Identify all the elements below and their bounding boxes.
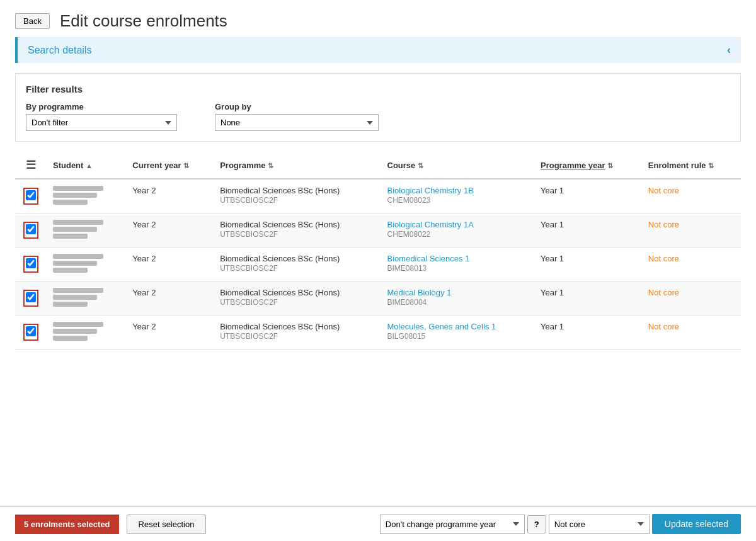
enrolment-rule-cell: Not core (642, 282, 741, 316)
table-row: Year 2Biomedical Sciences BSc (Hons)UTBS… (15, 179, 741, 214)
student-name-blur (53, 288, 103, 293)
reset-selection-button[interactable]: Reset selection (127, 515, 207, 534)
course-link[interactable]: Biological Chemistry 1A (387, 220, 528, 229)
programme-name: Biomedical Sciences BSc (Hons) (220, 254, 374, 263)
student-sub-blur (53, 295, 97, 300)
course-link[interactable]: Medical Biology 1 (387, 288, 528, 297)
programme-code: UTBSCBIOSC2F (220, 332, 278, 341)
row-checkbox-cell[interactable] (15, 214, 47, 248)
table-row: Year 2Biomedical Sciences BSc (Hons)UTBS… (15, 316, 741, 350)
course-code: BILG08015 (387, 332, 426, 341)
row-checkbox-cell[interactable] (15, 282, 47, 316)
programme-code: UTBSCBIOSC2F (220, 264, 278, 273)
course-code: CHEM08023 (387, 196, 431, 205)
student-sub-blur (53, 227, 97, 232)
chevron-left-icon: ‹ (727, 43, 731, 57)
programme-cell: Biomedical Sciences BSc (Hons)UTBSCBIOSC… (214, 179, 381, 214)
header-student[interactable]: Student ▲ (47, 152, 126, 179)
row-checkbox[interactable] (26, 190, 36, 200)
search-details-panel[interactable]: Search details ‹ (15, 37, 741, 63)
filter-row: By programme Don't filter Group by None (26, 102, 730, 131)
programme-sort-icon: ⇅ (268, 162, 273, 169)
course-link[interactable]: Biological Chemistry 1B (387, 186, 528, 195)
page-header: Back Edit course enrolments (0, 0, 756, 37)
programme-code: UTBSCBIOSC2F (220, 196, 278, 205)
course-cell: Biological Chemistry 1BCHEM08023 (381, 179, 534, 214)
enrolment-rule-value: Not core (648, 220, 679, 229)
enrolment-rule-cell: Not core (642, 179, 741, 214)
course-sort-icon: ⇅ (418, 162, 423, 169)
table-header-row: ☰ Student ▲ Current year ⇅ Programme ⇅ C… (15, 152, 741, 179)
enrolments-selected-badge: 5 enrolments selected (15, 515, 119, 534)
programme-year-cell: Year 1 (534, 179, 642, 214)
student-sort-icon: ▲ (86, 162, 93, 169)
course-link[interactable]: Biomedical Sciences 1 (387, 254, 528, 263)
programme-year-group: Don't change programme year Year 1 Year … (380, 514, 741, 534)
enrolment-rule-cell: Not core (642, 214, 741, 248)
student-sub-blur (53, 261, 97, 266)
row-checkbox[interactable] (26, 258, 36, 268)
programme-year-select[interactable]: Don't change programme year Year 1 Year … (380, 515, 525, 534)
table-row: Year 2Biomedical Sciences BSc (Hons)UTBS… (15, 214, 741, 248)
student-id-blur (53, 234, 88, 239)
student-name-blur (53, 254, 103, 259)
help-button[interactable]: ? (527, 515, 546, 533)
filter-section: Filter results By programme Don't filter… (15, 73, 741, 142)
update-selected-button[interactable]: Update selected (652, 514, 741, 534)
current-year-cell: Year 2 (126, 248, 214, 282)
row-checkbox[interactable] (26, 326, 36, 336)
header-programme-year[interactable]: Programme year ⇅ (534, 152, 642, 179)
course-code: BIME08004 (387, 298, 427, 307)
student-cell (47, 282, 126, 316)
student-id-blur (53, 336, 88, 341)
filter-programme-select[interactable]: Don't filter (26, 114, 177, 131)
header-enrolment-rule[interactable]: Enrolment rule ⇅ (642, 152, 741, 179)
filter-group-programme: By programme Don't filter (26, 102, 177, 131)
student-name-blur (53, 186, 103, 191)
student-id-blur (53, 268, 88, 273)
filter-title: Filter results (26, 84, 730, 94)
row-checkbox-cell[interactable] (15, 179, 47, 214)
programme-code: UTBSCBIOSC2F (220, 298, 278, 307)
select-all-icon[interactable]: ☰ (26, 159, 36, 171)
student-id-blur (53, 200, 88, 205)
programme-year-cell: Year 1 (534, 282, 642, 316)
enrolment-rule-value: Not core (648, 288, 679, 297)
course-cell: Biological Chemistry 1ACHEM08022 (381, 214, 534, 248)
student-id-blur (53, 302, 88, 307)
programme-cell: Biomedical Sciences BSc (Hons)UTBSCBIOSC… (214, 214, 381, 248)
student-sub-blur (53, 193, 97, 198)
prog-year-sort-icon: ⇅ (607, 162, 613, 169)
programme-code: UTBSCBIOSC2F (220, 230, 278, 239)
filter-group-groupby: Group by None (215, 102, 379, 131)
filter-programme-label: By programme (26, 102, 177, 111)
programme-year-cell: Year 1 (534, 316, 642, 350)
student-cell (47, 179, 126, 214)
programme-year-cell: Year 1 (534, 248, 642, 282)
year-sort-icon: ⇅ (183, 162, 189, 169)
current-year-cell: Year 2 (126, 316, 214, 350)
enrolments-table: ☰ Student ▲ Current year ⇅ Programme ⇅ C… (15, 152, 741, 350)
row-checkbox[interactable] (26, 224, 36, 234)
current-year-cell: Year 2 (126, 179, 214, 214)
current-year-cell: Year 2 (126, 282, 214, 316)
not-core-select[interactable]: Not core Core (549, 515, 650, 534)
header-select-all[interactable]: ☰ (15, 152, 47, 179)
bottom-bar: 5 enrolments selected Reset selection Do… (0, 506, 756, 541)
row-checkbox[interactable] (26, 292, 36, 302)
header-course[interactable]: Course ⇅ (381, 152, 534, 179)
enrolment-rule-value: Not core (648, 186, 679, 195)
programme-name: Biomedical Sciences BSc (Hons) (220, 186, 374, 195)
header-programme[interactable]: Programme ⇅ (214, 152, 381, 179)
student-cell (47, 248, 126, 282)
row-checkbox-cell[interactable] (15, 316, 47, 350)
header-current-year[interactable]: Current year ⇅ (126, 152, 214, 179)
table-wrapper: ☰ Student ▲ Current year ⇅ Programme ⇅ C… (15, 152, 741, 350)
programme-name: Biomedical Sciences BSc (Hons) (220, 322, 374, 331)
row-checkbox-cell[interactable] (15, 248, 47, 282)
enrolment-sort-icon: ⇅ (708, 162, 714, 169)
back-button[interactable]: Back (15, 13, 50, 29)
filter-groupby-select[interactable]: None (215, 114, 379, 131)
course-link[interactable]: Molecules, Genes and Cells 1 (387, 322, 528, 331)
student-sub-blur (53, 329, 97, 334)
